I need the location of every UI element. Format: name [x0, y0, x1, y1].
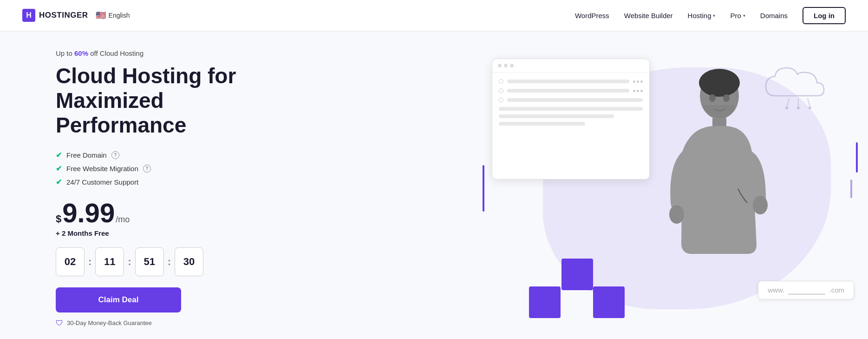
help-icon[interactable]: ?: [111, 151, 119, 159]
browser-row: [499, 88, 643, 93]
nav-left: H HOSTINGER 🇺🇸 English: [22, 9, 130, 22]
browser-row: [499, 79, 643, 84]
svg-point-10: [753, 196, 768, 214]
deco-square-1: [561, 259, 593, 290]
browser-dot: [510, 64, 514, 67]
promo-line: Up to 60% off Cloud Hosting: [56, 49, 297, 57]
line-item: [507, 89, 629, 93]
svg-line-2: [808, 98, 810, 107]
accent-bar-left: [483, 165, 484, 212]
language-label: English: [109, 12, 130, 19]
navbar: H HOSTINGER 🇺🇸 English WordPress Website…: [0, 0, 868, 31]
nav-pro[interactable]: Pro ▾: [730, 12, 745, 20]
content-line: [499, 107, 643, 111]
nav-domains[interactable]: Domains: [760, 12, 788, 20]
colon-separator: :: [128, 256, 131, 268]
logo-icon: H: [22, 9, 35, 22]
flag-icon: 🇺🇸: [96, 10, 106, 20]
svg-point-7: [699, 69, 740, 97]
feature-free-domain: ✔ Free Domain ?: [56, 151, 297, 160]
domain-bar: www. .com: [758, 281, 854, 299]
promo-percent: 60%: [74, 49, 88, 57]
features-list: ✔ Free Domain ? ✔ Free Website Migration…: [56, 151, 297, 186]
accent-bar-right-1: [856, 142, 858, 173]
colon-separator: :: [168, 256, 171, 268]
nav-hosting[interactable]: Hosting ▾: [688, 12, 716, 20]
price-period: /mo: [116, 215, 130, 225]
colon-separator: :: [88, 256, 91, 268]
claim-deal-button[interactable]: Claim Deal: [56, 287, 181, 312]
countdown-timer: 02 : 11 : 51 : 30: [56, 247, 297, 276]
price-value: 9.99: [62, 199, 115, 226]
browser-dot: [504, 64, 508, 67]
language-selector[interactable]: 🇺🇸 English: [96, 10, 130, 20]
price-dollar: $: [56, 213, 61, 225]
deco-square-2: [529, 286, 561, 318]
feature-migration: ✔ Free Website Migration ?: [56, 164, 297, 173]
browser-content: [492, 73, 649, 136]
hero-section: Up to 60% off Cloud Hosting Cloud Hostin…: [0, 31, 868, 339]
guarantee-text: 30-Day Money-Back Guarantee: [67, 319, 152, 326]
browser-bar: [492, 59, 649, 73]
countdown-hours: 02: [56, 247, 85, 276]
svg-point-11: [709, 94, 716, 102]
countdown-ms: 30: [175, 247, 203, 276]
checkmark-icon: ✔: [56, 178, 62, 186]
checkmark-icon: ✔: [56, 151, 62, 160]
svg-point-4: [797, 106, 800, 109]
countdown-seconds: 51: [135, 247, 164, 276]
circle-item: [499, 79, 503, 84]
browser-row: [499, 98, 643, 102]
chevron-down-icon: ▾: [713, 13, 715, 18]
svg-point-12: [723, 94, 730, 102]
circle-item: [499, 88, 503, 93]
checkmark-icon: ✔: [56, 164, 62, 173]
line-item: [507, 80, 629, 83]
person-svg: [645, 59, 784, 310]
feature-support: ✔ 24/7 Customer Support: [56, 178, 297, 186]
logo[interactable]: H HOSTINGER: [22, 9, 88, 22]
browser-dot: [498, 64, 502, 67]
domain-input-line: [788, 286, 825, 294]
circle-item: [499, 98, 503, 102]
hero-content: Up to 60% off Cloud Hosting Cloud Hostin…: [56, 49, 297, 327]
content-line: [499, 122, 585, 126]
price-row: $ 9.99 /mo: [56, 199, 297, 226]
content-line: [499, 114, 614, 118]
shield-icon: 🛡: [56, 319, 63, 327]
hero-visual: www. .com: [473, 31, 868, 339]
svg-point-5: [809, 106, 811, 109]
person-image: [636, 40, 794, 310]
login-button[interactable]: Log in: [803, 7, 846, 24]
logo-text: HOSTINGER: [39, 11, 88, 20]
domain-dotcom: .com: [829, 286, 844, 294]
nav-wordpress[interactable]: WordPress: [575, 12, 609, 20]
nav-right: WordPress Website Builder Hosting ▾ Pro …: [575, 7, 846, 24]
line-item: [507, 98, 643, 102]
svg-point-9: [669, 205, 684, 224]
chevron-down-icon: ▾: [743, 13, 745, 18]
months-free: + 2 Months Free: [56, 229, 297, 237]
hero-title: Cloud Hosting for Maximized Performance: [56, 64, 297, 138]
countdown-minutes: 11: [95, 247, 124, 276]
nav-website-builder[interactable]: Website Builder: [624, 12, 673, 20]
help-icon[interactable]: ?: [143, 165, 151, 173]
browser-mockup: [492, 59, 650, 179]
accent-bar-right-2: [850, 179, 852, 198]
deco-square-3: [593, 286, 625, 318]
guarantee-row: 🛡 30-Day Money-Back Guarantee: [56, 319, 297, 327]
domain-www: www.: [768, 286, 784, 294]
